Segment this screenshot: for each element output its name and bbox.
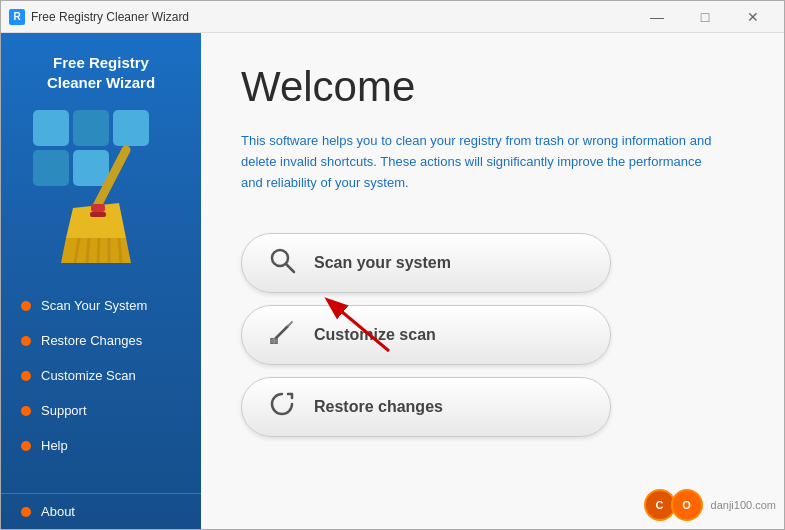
sidebar-item-help[interactable]: Help xyxy=(1,428,201,463)
watermark-circle-2: O xyxy=(671,489,703,521)
svg-rect-14 xyxy=(90,212,106,217)
restore-button[interactable]: Restore changes xyxy=(241,377,611,437)
sidebar-item-customize-label: Customize Scan xyxy=(41,368,136,383)
customize-button-label: Customize scan xyxy=(314,326,436,344)
svg-rect-3 xyxy=(33,150,69,186)
customize-icon xyxy=(266,318,298,352)
close-button[interactable]: ✕ xyxy=(730,1,776,33)
app-icon: R xyxy=(9,9,25,25)
sidebar-nav: Scan Your System Restore Changes Customi… xyxy=(1,278,201,493)
sidebar: Free RegistryCleaner Wizard xyxy=(1,33,201,529)
svg-line-12 xyxy=(119,238,121,263)
customize-button[interactable]: Customize scan xyxy=(241,305,611,365)
welcome-description: This software helps you to clean your re… xyxy=(241,131,721,193)
svg-rect-13 xyxy=(91,204,105,212)
nav-dot-about xyxy=(21,507,31,517)
broom-illustration xyxy=(31,108,171,258)
content-area: Free RegistryCleaner Wizard xyxy=(1,33,784,529)
welcome-title: Welcome xyxy=(241,63,744,111)
restore-button-label: Restore changes xyxy=(314,398,443,416)
sidebar-app-title: Free RegistryCleaner Wizard xyxy=(31,53,171,92)
nav-dot-support xyxy=(21,406,31,416)
sidebar-item-customize[interactable]: Customize Scan xyxy=(1,358,201,393)
nav-dot-scan xyxy=(21,301,31,311)
svg-line-10 xyxy=(98,238,99,263)
window-controls: — □ ✕ xyxy=(634,1,776,33)
minimize-button[interactable]: — xyxy=(634,1,680,33)
titlebar: R Free Registry Cleaner Wizard — □ ✕ xyxy=(1,1,784,33)
action-buttons: Scan your system Customi xyxy=(241,233,744,437)
watermark-site: danji100.com xyxy=(711,499,776,511)
svg-rect-2 xyxy=(113,110,149,146)
sidebar-item-support[interactable]: Support xyxy=(1,393,201,428)
sidebar-item-help-label: Help xyxy=(41,438,68,453)
window-title: Free Registry Cleaner Wizard xyxy=(31,10,634,24)
restore-icon xyxy=(266,390,298,424)
nav-dot-help xyxy=(21,441,31,451)
sidebar-item-restore-label: Restore Changes xyxy=(41,333,142,348)
sidebar-item-about-label: About xyxy=(41,504,75,519)
main-window: R Free Registry Cleaner Wizard — □ ✕ Fre… xyxy=(0,0,785,530)
svg-rect-0 xyxy=(33,110,69,146)
sidebar-item-restore[interactable]: Restore Changes xyxy=(1,323,201,358)
sidebar-item-scan-label: Scan Your System xyxy=(41,298,147,313)
sidebar-item-support-label: Support xyxy=(41,403,87,418)
sidebar-item-about[interactable]: About xyxy=(1,494,201,529)
sidebar-bottom: About xyxy=(1,493,201,529)
nav-dot-customize xyxy=(21,371,31,381)
scan-button-label: Scan your system xyxy=(314,254,451,272)
nav-dot-restore xyxy=(21,336,31,346)
sidebar-logo-area: Free RegistryCleaner Wizard xyxy=(21,33,181,278)
sidebar-item-scan[interactable]: Scan Your System xyxy=(1,288,201,323)
svg-rect-1 xyxy=(73,110,109,146)
svg-line-9 xyxy=(87,238,89,263)
maximize-button[interactable]: □ xyxy=(682,1,728,33)
watermark: C O danji100.com xyxy=(644,489,776,521)
scan-icon xyxy=(266,246,298,280)
main-panel: Welcome This software helps you to clean… xyxy=(201,33,784,529)
svg-line-16 xyxy=(286,264,294,272)
svg-line-18 xyxy=(288,322,292,326)
svg-rect-4 xyxy=(73,150,109,186)
scan-button[interactable]: Scan your system xyxy=(241,233,611,293)
